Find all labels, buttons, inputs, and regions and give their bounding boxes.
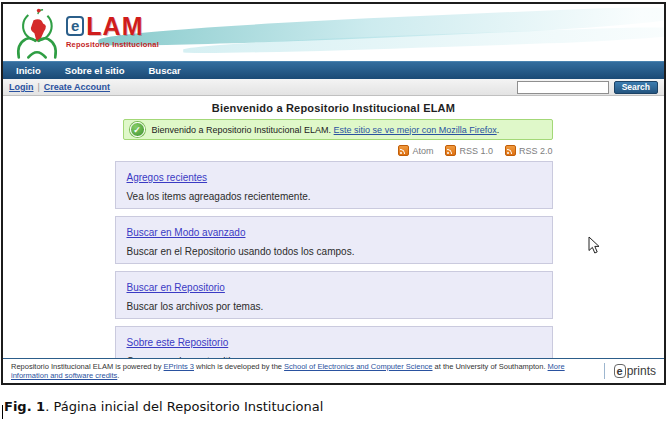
logo-e-badge: e — [66, 16, 84, 36]
rss2-feed-link[interactable]: RSS 2.0 — [505, 145, 553, 156]
main-content: Bienvenido a Repositorio Institucional E… — [3, 96, 664, 385]
login-link[interactable]: Login — [9, 82, 34, 92]
browse-repository-description: Buscar los archivos por temas. — [127, 302, 541, 312]
rss2-feed-label: RSS 2.0 — [519, 146, 553, 156]
text-cursor — [2, 405, 3, 419]
firefox-link[interactable]: Este sitio se ve mejor con Mozilla Firef… — [334, 125, 497, 135]
welcome-banner-text: Bienvenido a Repositorio Institucional E… — [152, 125, 500, 135]
rss1-feed-label: RSS 1.0 — [459, 146, 493, 156]
about-repository-link[interactable]: Sobre este Repositorio — [127, 338, 229, 348]
footer-text-2: which is developed by the — [194, 362, 284, 371]
welcome-banner-period: . — [497, 125, 500, 135]
nav-item-buscar[interactable]: Buscar — [148, 65, 180, 76]
eprints-logo-e-icon: e — [614, 364, 626, 378]
recent-additions-box: Agregos recientes Vea los items agreagad… — [115, 161, 553, 209]
feed-links-row: Atom RSS 1.0 RSS 2.0 — [115, 145, 553, 156]
logo-lam-text: LAM — [86, 15, 143, 37]
footer-text-3: at the University of Southampton. — [433, 362, 548, 371]
footer-text-1: Repositorio Institucional ELAM is powere… — [11, 362, 164, 371]
recent-additions-link[interactable]: Agregos recientes — [127, 173, 208, 183]
feed-icon — [398, 145, 409, 156]
feed-icon — [445, 145, 456, 156]
mouse-cursor-icon — [588, 236, 600, 258]
main-navbar: Inicio Sobre el sitio Buscar — [3, 61, 664, 79]
footer-text-4: . — [117, 371, 119, 380]
browse-repository-link[interactable]: Buscar en Repositorio — [127, 283, 225, 293]
login-divider: | — [38, 82, 40, 92]
footer-credits-text: Repositorio Institucional ELAM is powere… — [11, 362, 604, 380]
elam-hands-logo-icon — [11, 7, 63, 61]
atom-feed-label: Atom — [412, 146, 433, 156]
school-ecs-link[interactable]: School of Electronics and Computer Scien… — [284, 362, 432, 371]
content-column: ✓ Bienvenido a Repositorio Institucional… — [115, 119, 553, 385]
rss1-feed-link[interactable]: RSS 1.0 — [445, 145, 493, 156]
eprints-logo-text: prints — [627, 364, 656, 378]
screenshot-frame: e LAM Repositorio Institucional Inicio S… — [1, 2, 666, 385]
advanced-search-description: Buscar en el Repositorio usando todos lo… — [127, 247, 541, 257]
site-logo[interactable]: e LAM Repositorio Institucional — [11, 7, 159, 61]
atom-feed-link[interactable]: Atom — [398, 145, 433, 156]
figure-caption-text: . Página inicial del Repositorio Institu… — [45, 399, 323, 414]
logo-wordmark: e LAM Repositorio Institucional — [66, 7, 159, 49]
browse-repository-box: Buscar en Repositorio Buscar los archivo… — [115, 271, 553, 319]
figure-caption-number: Fig. 1 — [4, 399, 45, 414]
page-title: Bienvenido a Repositorio Institucional E… — [3, 102, 664, 114]
login-bar: Login | Create Account Search — [3, 79, 664, 96]
logo-subtitle: Repositorio Institucional — [66, 40, 159, 49]
advanced-search-link[interactable]: Buscar en Modo avanzado — [127, 228, 246, 238]
eprints-logo[interactable]: e prints — [604, 363, 656, 379]
nav-item-inicio[interactable]: Inicio — [16, 65, 41, 76]
figure-caption: Fig. 1. Página inicial del Repositorio I… — [4, 399, 323, 414]
welcome-banner-message: Bienvenido a Repositorio Institucional E… — [152, 125, 334, 135]
welcome-banner: ✓ Bienvenido a Repositorio Institucional… — [123, 119, 553, 140]
recent-additions-description: Vea los items agreagados recientemente. — [127, 192, 541, 202]
advanced-search-box: Buscar en Modo avanzado Buscar en el Rep… — [115, 216, 553, 264]
search-input[interactable] — [517, 81, 609, 94]
search-button[interactable]: Search — [614, 81, 658, 94]
nav-item-sobre-el-sitio[interactable]: Sobre el sitio — [65, 65, 125, 76]
site-header: e LAM Repositorio Institucional — [3, 4, 664, 61]
check-icon: ✓ — [130, 122, 145, 137]
feed-icon — [505, 145, 516, 156]
eprints3-link[interactable]: EPrints 3 — [164, 362, 194, 371]
create-account-link[interactable]: Create Account — [44, 82, 110, 92]
footer-bar: Repositorio Institucional ELAM is powere… — [3, 358, 664, 383]
